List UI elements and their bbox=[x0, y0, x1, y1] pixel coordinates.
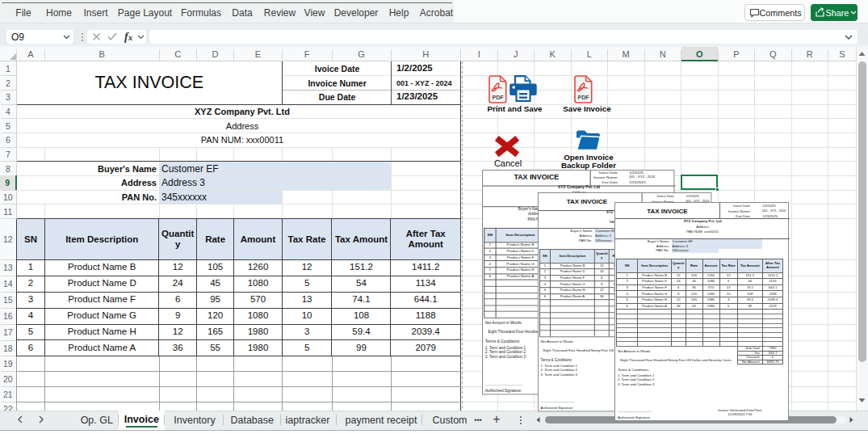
svg-text:PDF: PDF bbox=[577, 95, 589, 100]
svg-text:PDF: PDF bbox=[492, 95, 504, 100]
